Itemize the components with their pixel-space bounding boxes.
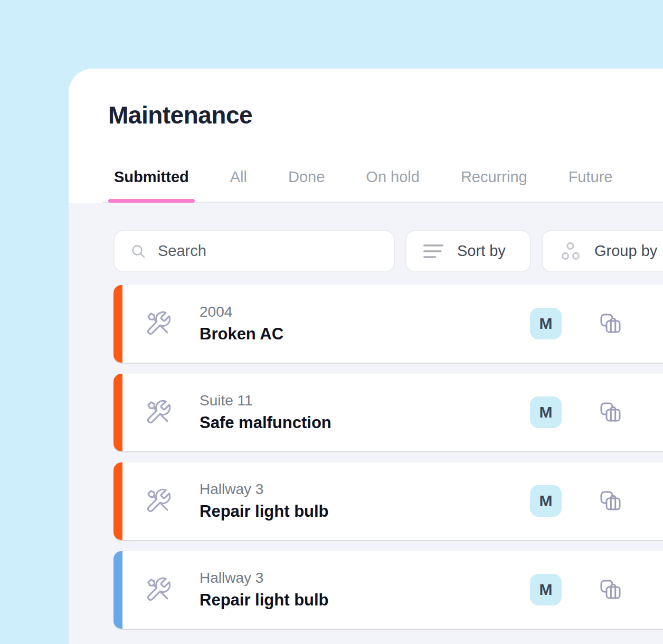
item-location: Suite 11 (200, 392, 332, 409)
unit-stack-icon[interactable] (598, 400, 623, 425)
tab-recurring[interactable]: Recurring (455, 168, 533, 202)
maintenance-item[interactable]: Hallway 3 Repair light bulb M (113, 551, 663, 629)
panel-header: Maintenance Submitted All Done On hold R… (69, 69, 663, 203)
sort-by-label: Sort by (457, 242, 506, 260)
item-location: Hallway 3 (200, 481, 329, 498)
search-icon (130, 243, 146, 259)
wrench-screwdriver-icon (145, 487, 172, 515)
tab-label: On hold (366, 168, 420, 185)
status-color-bar (113, 551, 122, 629)
item-title: Safe malfunction (200, 413, 332, 432)
status-color-bar (113, 285, 122, 363)
tab-bar: Submitted All Done On hold Recurring Fut… (103, 168, 663, 203)
tab-submitted[interactable]: Submitted (108, 168, 195, 202)
page-title: Maintenance (108, 101, 663, 129)
maintenance-list: 2004 Broken AC M (113, 285, 663, 629)
toolbar: Sort by Group by (113, 230, 663, 272)
item-title: Repair light bulb (200, 591, 329, 610)
search-box[interactable] (113, 230, 395, 272)
item-text: Hallway 3 Repair light bulb (200, 481, 329, 521)
page-background: Maintenance Submitted All Done On hold R… (0, 0, 663, 644)
item-location: 2004 (200, 304, 283, 320)
tab-label: Done (288, 168, 325, 185)
item-location: Hallway 3 (200, 570, 329, 586)
item-text: Suite 11 Safe malfunction (200, 392, 332, 432)
tab-on-hold[interactable]: On hold (360, 168, 425, 202)
unit-stack-icon[interactable] (598, 311, 623, 336)
item-title: Repair light bulb (200, 502, 329, 521)
assignee-badge: M (530, 308, 562, 339)
maintenance-panel: Maintenance Submitted All Done On hold R… (69, 69, 663, 644)
unit-stack-icon[interactable] (598, 488, 623, 514)
tab-done[interactable]: Done (282, 168, 330, 202)
tab-label: All (230, 168, 247, 185)
item-text: 2004 Broken AC (200, 304, 283, 344)
assignee-badge: M (530, 396, 562, 428)
list-content-area: Sort by Group by (69, 203, 663, 644)
maintenance-item[interactable]: Hallway 3 Repair light bulb M (113, 462, 663, 540)
wrench-screwdriver-icon (145, 576, 172, 603)
tab-future[interactable]: Future (563, 168, 619, 202)
tab-label: Future (569, 168, 613, 185)
group-by-button[interactable]: Group by (542, 230, 663, 272)
unit-stack-icon[interactable] (598, 577, 623, 602)
status-color-bar (113, 374, 122, 451)
active-tab-underline (108, 199, 195, 203)
sort-by-button[interactable]: Sort by (405, 230, 531, 272)
tab-label: Submitted (114, 168, 189, 185)
group-circles-icon (561, 241, 581, 261)
group-by-label: Group by (594, 242, 657, 260)
search-input[interactable] (158, 242, 369, 260)
sort-lines-icon (422, 243, 444, 259)
status-color-bar (113, 462, 122, 540)
wrench-screwdriver-icon (145, 399, 172, 426)
maintenance-item[interactable]: 2004 Broken AC M (113, 285, 663, 363)
wrench-screwdriver-icon (145, 310, 172, 337)
item-text: Hallway 3 Repair light bulb (200, 570, 329, 610)
tab-all[interactable]: All (224, 168, 253, 202)
item-title: Broken AC (200, 325, 283, 344)
assignee-badge: M (530, 485, 562, 517)
assignee-badge: M (530, 574, 562, 605)
tab-label: Recurring (461, 168, 527, 185)
maintenance-item[interactable]: Suite 11 Safe malfunction M (113, 374, 663, 451)
